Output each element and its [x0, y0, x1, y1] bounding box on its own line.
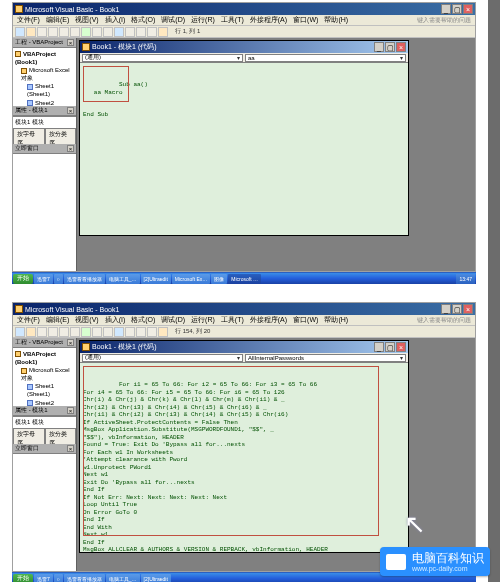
start-button[interactable]: 开始 [13, 274, 33, 284]
immediate-pane-title[interactable]: 立即窗口 × [13, 144, 76, 154]
tool-object-browser-icon[interactable] [147, 327, 157, 337]
menu-tools[interactable]: 工具(T) [221, 15, 244, 25]
tool-run-icon[interactable] [81, 27, 91, 37]
project-tree[interactable]: VBAProject (Book1) Microsoft Excel 对象 Sh… [13, 48, 76, 106]
code-editor[interactable]: Sub aa() aa Macro End Sub [80, 63, 408, 235]
tool-paste-icon[interactable] [70, 27, 80, 37]
taskbar-item[interactable]: ○ [54, 574, 63, 583]
taskbar-item[interactable]: [2]Ultraedit [141, 274, 171, 284]
menu-addins[interactable]: 外接程序(A) [250, 15, 287, 25]
tool-paste-icon[interactable] [70, 327, 80, 337]
object-dropdown[interactable]: (通用) ▾ [82, 354, 243, 362]
menu-file[interactable]: 文件(F) [17, 15, 40, 25]
taskbar-item[interactable]: 电脑工具_… [106, 574, 140, 583]
menu-insert[interactable]: 插入(I) [105, 315, 126, 325]
project-pane-title[interactable]: 工程 - VBAProject × [13, 38, 76, 48]
help-hint[interactable]: 键入需要帮助的问题 [417, 316, 471, 325]
tool-toolbox-icon[interactable] [158, 327, 168, 337]
menu-run[interactable]: 运行(R) [191, 315, 215, 325]
close-button[interactable]: × [463, 4, 473, 14]
taskbar-item[interactable]: 图像 [211, 274, 227, 284]
immediate-pane-title[interactable]: 立即窗口 × [13, 444, 76, 454]
tool-break-icon[interactable] [92, 327, 102, 337]
taskbar-item[interactable]: 电脑工具_… [106, 274, 140, 284]
menu-edit[interactable]: 编辑(E) [46, 315, 69, 325]
tool-insert-icon[interactable] [26, 27, 36, 37]
tree-excel-objects[interactable]: Microsoft Excel 对象 [21, 67, 70, 81]
tool-project-icon[interactable] [125, 327, 135, 337]
start-button[interactable]: 开始 [13, 574, 33, 583]
menu-addins[interactable]: 外接程序(A) [250, 315, 287, 325]
help-hint[interactable]: 键入需要帮助的问题 [417, 16, 471, 25]
minimize-button[interactable]: _ [441, 4, 451, 14]
taskbar-item[interactable]: 迅雷7 [34, 574, 53, 583]
project-pane-close-icon[interactable]: × [67, 39, 74, 46]
code-minimize-button[interactable]: _ [374, 342, 384, 352]
code-close-button[interactable]: × [396, 42, 406, 52]
code-minimize-button[interactable]: _ [374, 42, 384, 52]
taskbar-item[interactable]: [2]Ultraedit [141, 574, 171, 583]
immediate-window[interactable] [13, 454, 76, 571]
taskbar-item-active[interactable]: Microsoft … [228, 274, 261, 284]
tool-break-icon[interactable] [92, 27, 102, 37]
close-button[interactable]: × [463, 304, 473, 314]
minimize-button[interactable]: _ [441, 304, 451, 314]
tool-cut-icon[interactable] [48, 27, 58, 37]
menu-view[interactable]: 视图(V) [75, 15, 98, 25]
tool-insert-icon[interactable] [26, 327, 36, 337]
menu-insert[interactable]: 插入(I) [105, 15, 126, 25]
properties-pane-title[interactable]: 属性 - 模块1 × [13, 106, 76, 116]
immediate-window[interactable] [13, 154, 76, 271]
properties-pane-title[interactable]: 属性 - 模块1 × [13, 406, 76, 416]
menu-help[interactable]: 帮助(H) [324, 15, 348, 25]
menu-window[interactable]: 窗口(W) [293, 315, 318, 325]
menu-debug[interactable]: 调试(D) [161, 315, 185, 325]
menu-format[interactable]: 格式(O) [131, 15, 155, 25]
tool-toolbox-icon[interactable] [158, 27, 168, 37]
code-editor[interactable]: For i1 = 65 To 66: For i2 = 65 To 66: Fo… [80, 363, 408, 552]
code-maximize-button[interactable]: ▢ [385, 42, 395, 52]
menu-help[interactable]: 帮助(H) [324, 315, 348, 325]
code-maximize-button[interactable]: ▢ [385, 342, 395, 352]
object-dropdown[interactable]: (通用) ▾ [82, 54, 243, 62]
taskbar-item[interactable]: ○ [54, 274, 63, 284]
menu-format[interactable]: 格式(O) [131, 315, 155, 325]
tool-design-icon[interactable] [114, 27, 124, 37]
menu-window[interactable]: 窗口(W) [293, 15, 318, 25]
tool-object-browser-icon[interactable] [147, 27, 157, 37]
project-tree[interactable]: VBAProject (Book1) Microsoft Excel 对象 Sh… [13, 348, 76, 406]
tool-properties-icon[interactable] [136, 327, 146, 337]
properties-pane-close-icon[interactable]: × [67, 407, 74, 414]
app-titlebar[interactable]: Microsoft Visual Basic - Book1 _ ▢ × [13, 303, 475, 315]
tool-reset-icon[interactable] [103, 327, 113, 337]
menu-edit[interactable]: 编辑(E) [46, 15, 69, 25]
tool-copy-icon[interactable] [59, 327, 69, 337]
tool-reset-icon[interactable] [103, 27, 113, 37]
menu-run[interactable]: 运行(R) [191, 15, 215, 25]
tool-project-icon[interactable] [125, 27, 135, 37]
immediate-pane-close-icon[interactable]: × [67, 145, 74, 152]
tool-copy-icon[interactable] [59, 27, 69, 37]
maximize-button[interactable]: ▢ [452, 4, 462, 14]
menu-file[interactable]: 文件(F) [17, 315, 40, 325]
immediate-pane-close-icon[interactable]: × [67, 445, 74, 452]
taskbar-item[interactable]: Microsoft Ex… [172, 274, 211, 284]
tool-save-icon[interactable] [37, 27, 47, 37]
menu-debug[interactable]: 调试(D) [161, 15, 185, 25]
project-pane-title[interactable]: 工程 - VBAProject × [13, 338, 76, 348]
code-close-button[interactable]: × [396, 342, 406, 352]
menu-tools[interactable]: 工具(T) [221, 315, 244, 325]
app-titlebar[interactable]: Microsoft Visual Basic - Book1 _ ▢ × [13, 3, 475, 15]
tool-properties-icon[interactable] [136, 27, 146, 37]
properties-pane-close-icon[interactable]: × [67, 107, 74, 114]
properties-object[interactable]: 模块1 模块 [13, 117, 76, 128]
maximize-button[interactable]: ▢ [452, 304, 462, 314]
system-tray[interactable]: 13:47 [456, 274, 475, 284]
code-titlebar[interactable]: Book1 - 模块1 (代码) _ ▢ × [80, 41, 408, 53]
tool-view-excel-icon[interactable] [15, 27, 25, 37]
tree-root[interactable]: VBAProject (Book1) [15, 51, 56, 65]
project-pane-close-icon[interactable]: × [67, 339, 74, 346]
properties-object[interactable]: 模块1 模块 [13, 417, 76, 428]
tool-run-icon[interactable] [81, 327, 91, 337]
tool-view-excel-icon[interactable] [15, 327, 25, 337]
